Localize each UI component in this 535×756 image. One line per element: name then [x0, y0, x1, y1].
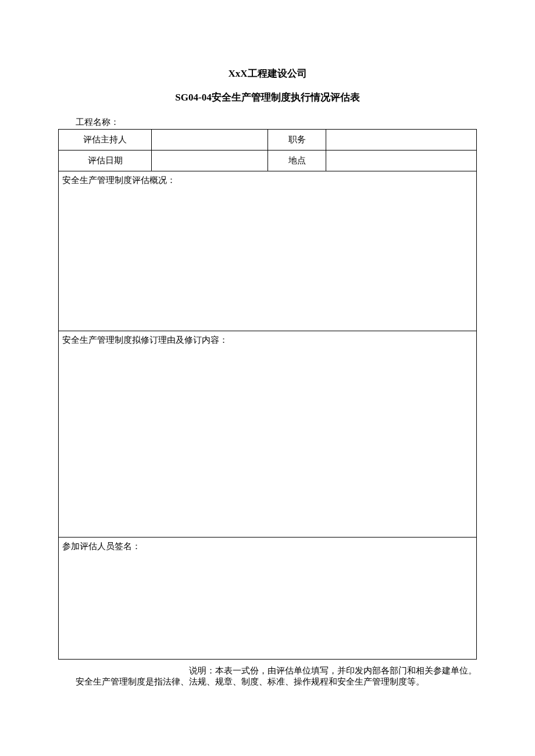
section-overview[interactable]: 安全生产管理制度评估概况： [59, 171, 477, 331]
eval-date-value[interactable] [152, 151, 268, 171]
evaluator-label: 评估主持人 [59, 130, 152, 151]
footnote-line2: 安全生产管理制度是指法律、法规、规章、制度、标准、操作规程和安全生产管理制度等。 [58, 676, 477, 687]
location-label: 地点 [268, 151, 326, 171]
evaluation-form-table: 评估主持人 职务 评估日期 地点 安全生产管理制度评估概况： 安全生产管理制度拟… [58, 129, 477, 660]
section-signatures[interactable]: 参加评估人员签名： [59, 538, 477, 660]
project-name-label: 工程名称： [76, 117, 477, 128]
footnote-line1: 说明：本表一式份，由评估单位填写，并印发内部各部门和相关参建单位。 [58, 665, 477, 676]
section-revision-label: 安全生产管理制度拟修订理由及修订内容： [62, 335, 228, 345]
evaluator-value[interactable] [152, 130, 268, 151]
position-label: 职务 [268, 130, 326, 151]
eval-date-label: 评估日期 [59, 151, 152, 171]
form-title-text: 安全生产管理制度执行情况评估表 [212, 92, 360, 103]
location-value[interactable] [326, 151, 477, 171]
section-overview-label: 安全生产管理制度评估概况： [62, 175, 176, 185]
section-signatures-label: 参加评估人员签名： [62, 542, 141, 551]
form-code: SG04-04 [175, 92, 211, 103]
position-value[interactable] [326, 130, 477, 151]
document-page: XxX工程建设公司 SG04-04安全生产管理制度执行情况评估表 工程名称： 评… [0, 0, 535, 687]
section-revision[interactable]: 安全生产管理制度拟修订理由及修订内容： [59, 331, 477, 538]
form-title: SG04-04安全生产管理制度执行情况评估表 [58, 91, 477, 104]
company-title: XxX工程建设公司 [58, 67, 477, 80]
